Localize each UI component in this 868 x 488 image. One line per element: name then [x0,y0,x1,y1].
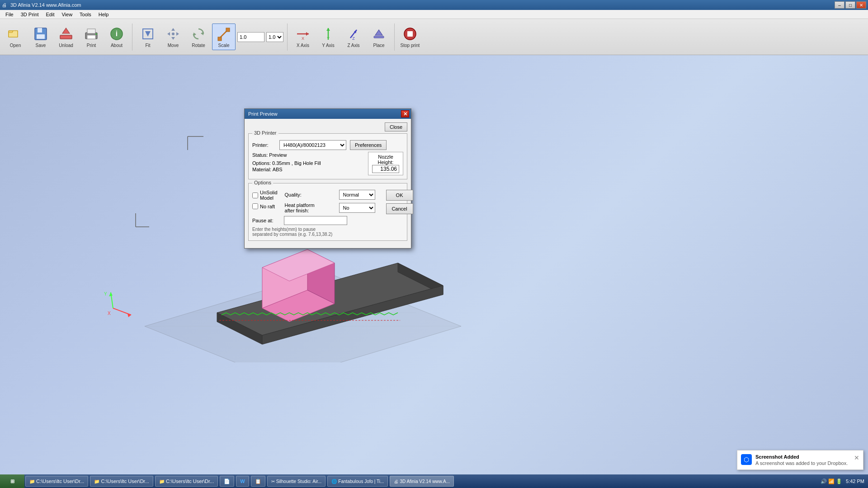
print-preview-dialog: Print Preview ✕ Close 3D Printer Printer… [244,108,411,249]
dropbox-text-area: Screenshot Added A screenshot was added … [755,454,850,466]
nozzle-label: NozzleHeight: [372,154,399,165]
pause-hint: Enter the heights(mm) to pause separated… [252,227,403,237]
status-row: Status: Preview [252,152,368,158]
quality-label: Quality: [285,192,339,197]
taskbar-item-6[interactable]: 📋 [251,476,265,487]
dropbox-title: Screenshot Added [755,454,850,460]
pause-row: Pause at: [252,216,403,225]
status-label: Status: [252,152,269,158]
taskbar-item-3[interactable]: 📁 C:\Users\ltc User\Dr... [155,476,218,487]
heat-platform-row: Heat platformafter finish: No Yes [285,202,375,213]
options-group-title: Options [252,180,273,185]
unsolid-checkbox[interactable] [252,192,258,198]
options-main-row: UnSolid Model No raft [252,190,403,216]
heat-platform-select[interactable]: No Yes [339,203,375,213]
printer-status-section: Status: Preview Options: 0.35mm , Big Ho… [252,152,368,173]
printer-label: Printer: [252,142,279,148]
status-value: Preview [269,152,287,158]
options-right: Quality: Normal Fine Fast Heat platforma… [285,190,375,216]
taskbar-item-2[interactable]: 📁 C:\Users\ltc User\Dr... [90,476,153,487]
taskbar: ⊞ 📁 C:\Users\ltc User\Dr... 📁 C:\Users\l… [0,474,868,488]
dialog-title-bar[interactable]: Print Preview ✕ [245,109,411,119]
cancel-button[interactable]: Cancel [386,203,413,214]
noraft-checkbox[interactable] [252,203,258,209]
tray-icons: 🔊 📶 🔋 [821,479,842,484]
options-value: 0.35mm , Big Hole Fill [272,160,321,166]
material-label: Material: [252,167,273,172]
quality-select[interactable]: Normal Fine Fast [339,190,375,200]
pause-label: Pause at: [252,218,284,223]
noraft-row: No raft [252,203,278,209]
dropbox-notification: ⬡ Screenshot Added A screenshot was adde… [737,450,863,470]
dropbox-icon: ⬡ [741,454,752,465]
printer-group-title: 3D Printer [252,130,278,136]
dialog-body: Close 3D Printer Printer: H480(A)/800021… [245,119,411,248]
printer-group: 3D Printer Printer: H480(A)/80002123 Pre… [248,133,407,179]
material-row: Material: ABS [252,166,368,173]
dropbox-close-button[interactable]: ✕ [854,454,859,461]
ok-button[interactable]: OK [386,190,413,201]
preferences-button[interactable]: Preferences [350,140,387,150]
heat-platform-label: Heat platformafter finish: [285,202,339,213]
options-row-display: Options: 0.35mm , Big Hole Fill [252,160,368,166]
dialog-title: Print Preview [246,111,401,117]
close-top-button[interactable]: Close [385,122,407,131]
options-label: Options: [252,160,272,166]
taskbar-item-5[interactable]: W [236,476,249,487]
material-value: ABS [273,167,283,172]
start-button[interactable]: ⊞ [0,474,24,488]
clock: 5:42 PM [846,479,864,484]
modal-overlay: Print Preview ✕ Close 3D Printer Printer… [0,0,868,488]
nozzle-box: NozzleHeight: 135.06 [368,152,403,175]
taskbar-item-silhouette[interactable]: ✂ Silhouette Studio: Air... [267,476,326,487]
dialog-close-button[interactable]: ✕ [401,110,409,117]
taskbar-item-afinia[interactable]: 🖨 3D Afinia V2.14 www.A... [390,476,454,487]
system-tray: 🔊 📶 🔋 5:42 PM [821,479,868,484]
taskbar-item-1[interactable]: 📁 C:\Users\ltc User\Dr... [25,476,88,487]
unsolid-label[interactable]: UnSolid Model [252,190,278,201]
dialog-action-buttons: OK Cancel [386,190,413,214]
quality-row: Quality: Normal Fine Fast [285,190,375,200]
unsolid-row: UnSolid Model [252,190,278,201]
pause-input[interactable] [284,216,347,225]
taskbar-item-browser[interactable]: 🌐 Fantabulous Jofo | Ti... [327,476,388,487]
nozzle-height-input[interactable]: 135.06 [372,165,399,173]
printer-select[interactable]: H480(A)/80002123 [279,140,346,150]
options-left: UnSolid Model No raft [252,190,278,212]
taskbar-item-4[interactable]: 📄 [220,476,234,487]
printer-row: Printer: H480(A)/80002123 Preferences [252,140,403,150]
options-group: Options UnSolid Model [248,183,407,241]
dropbox-body: A screenshot was added to your Dropbox. [755,460,850,466]
noraft-label[interactable]: No raft [252,203,275,209]
